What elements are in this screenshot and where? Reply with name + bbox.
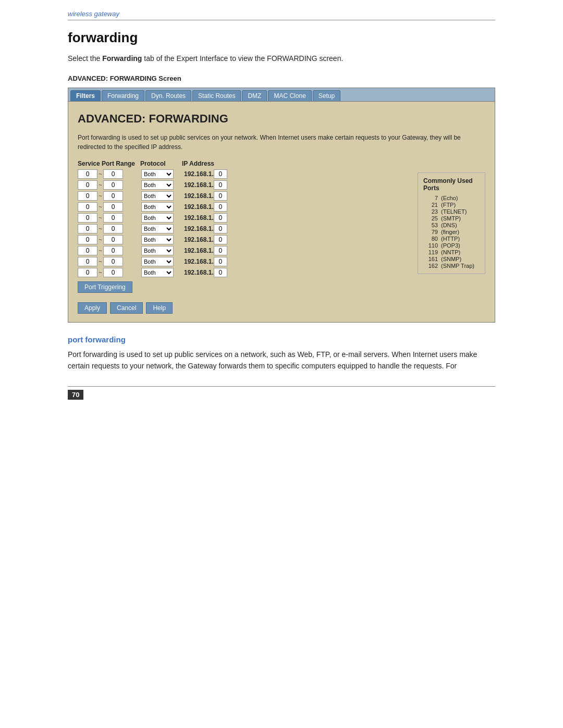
port-from-input[interactable] (78, 169, 97, 179)
port-name: (HTTP) (441, 236, 460, 242)
table-row: ~ Both 192.168.1. (78, 268, 412, 277)
ip-last-input[interactable] (214, 246, 227, 255)
ip-prefix: 192.168.1. (184, 269, 214, 276)
tilde: ~ (99, 258, 102, 265)
port-to-input[interactable] (103, 235, 123, 244)
tab-filters[interactable]: Filters (70, 90, 101, 101)
port-number: 7 (423, 195, 438, 201)
port-triggering-button[interactable]: Port Triggering (78, 281, 132, 293)
ip-last-input[interactable] (214, 224, 227, 233)
intro-text: Select the Forwarding tab of the Expert … (68, 53, 495, 64)
forwarding-table: Service Port Range Protocol IP Address ~… (78, 160, 412, 314)
ip-cell: 192.168.1. (184, 257, 247, 266)
port-number: 110 (423, 242, 438, 249)
port-to-input[interactable] (103, 246, 123, 255)
ip-cell: 192.168.1. (184, 202, 247, 212)
ip-last-input[interactable] (214, 257, 227, 266)
ip-cell: 192.168.1. (184, 180, 247, 190)
port-number: 23 (423, 208, 438, 215)
port-from-input[interactable] (78, 191, 97, 201)
tab-dmz[interactable]: DMZ (242, 90, 267, 101)
ip-last-input[interactable] (214, 213, 227, 223)
protocol-cell: Both (141, 169, 183, 179)
ip-cell: 192.168.1. (184, 213, 247, 223)
protocol-cell: Both (141, 235, 183, 244)
table-row: ~ Both 192.168.1. (78, 180, 412, 190)
tilde: ~ (99, 214, 102, 221)
cancel-button[interactable]: Cancel (110, 302, 143, 314)
ip-prefix: 192.168.1. (184, 258, 214, 265)
intro-bold: Forwarding (102, 54, 142, 63)
port-from-input[interactable] (78, 224, 97, 233)
port-to-input[interactable] (103, 191, 123, 201)
port-from-input[interactable] (78, 246, 97, 255)
port-range-cell: ~ (78, 180, 140, 190)
table-headers: Service Port Range Protocol IP Address (78, 160, 412, 167)
ip-last-input[interactable] (214, 180, 227, 190)
protocol-select[interactable]: Both (141, 268, 174, 277)
ip-prefix: 192.168.1. (184, 181, 214, 189)
protocol-cell: Both (141, 213, 183, 223)
ip-last-input[interactable] (214, 202, 227, 212)
list-item: 7(Echo) (423, 195, 480, 201)
port-to-input[interactable] (103, 257, 123, 266)
tilde: ~ (99, 225, 102, 232)
tab-forwarding[interactable]: Forwarding (102, 90, 144, 101)
port-to-input[interactable] (103, 202, 123, 212)
port-list: 7(Echo) 21(FTP) 23(TELNET) 25(SMTP) 53(D… (423, 195, 480, 269)
protocol-select[interactable]: Both (141, 169, 174, 179)
port-from-input[interactable] (78, 257, 97, 266)
protocol-select[interactable]: Both (141, 235, 174, 244)
port-from-input[interactable] (78, 213, 97, 223)
list-item: 21(FTP) (423, 202, 480, 208)
protocol-select[interactable]: Both (141, 224, 174, 233)
table-row: ~ Both 192.168.1. (78, 191, 412, 201)
port-to-input[interactable] (103, 268, 123, 277)
protocol-select[interactable]: Both (141, 257, 174, 266)
router-content: ADVANCED: FORWARDING Port forwarding is … (68, 102, 495, 322)
port-from-input[interactable] (78, 268, 97, 277)
table-row: ~ Both 192.168.1. (78, 213, 412, 223)
port-range-cell: ~ (78, 191, 140, 201)
ip-prefix: 192.168.1. (184, 192, 214, 200)
apply-button[interactable]: Apply (78, 302, 107, 314)
table-row: ~ Both 192.168.1. (78, 257, 412, 266)
list-item: 23(TELNET) (423, 208, 480, 215)
ip-last-input[interactable] (214, 268, 227, 277)
list-item: 53(DNS) (423, 222, 480, 228)
port-to-input[interactable] (103, 180, 123, 190)
port-to-input[interactable] (103, 213, 123, 223)
protocol-select[interactable]: Both (141, 202, 174, 212)
ip-prefix: 192.168.1. (184, 214, 214, 221)
tab-dyn-routes[interactable]: Dyn. Routes (145, 90, 191, 101)
port-from-input[interactable] (78, 235, 97, 244)
table-row: ~ Both 192.168.1. (78, 224, 412, 233)
ip-last-input[interactable] (214, 191, 227, 201)
tilde: ~ (99, 181, 102, 189)
tilde: ~ (99, 170, 102, 178)
protocol-select[interactable]: Both (141, 180, 174, 190)
port-range-cell: ~ (78, 224, 140, 233)
port-range-cell: ~ (78, 257, 140, 266)
ip-last-input[interactable] (214, 235, 227, 244)
ip-last-input[interactable] (214, 169, 227, 179)
tab-mac-clone[interactable]: MAC Clone (268, 90, 311, 101)
port-name: (finger) (441, 229, 459, 235)
router-screen: Filters Forwarding Dyn. Routes Static Ro… (68, 88, 495, 323)
port-to-input[interactable] (103, 224, 123, 233)
help-button[interactable]: Help (146, 302, 173, 314)
port-number: 53 (423, 222, 438, 228)
tab-static-routes[interactable]: Static Routes (192, 90, 241, 101)
port-forwarding-title: port forwarding (68, 335, 495, 344)
wireless-gateway-label: wireless gateway (68, 10, 119, 18)
protocol-select[interactable]: Both (141, 213, 174, 223)
port-from-input[interactable] (78, 202, 97, 212)
port-to-input[interactable] (103, 169, 123, 179)
port-from-input[interactable] (78, 180, 97, 190)
protocol-select[interactable]: Both (141, 191, 174, 201)
ip-prefix: 192.168.1. (184, 247, 214, 254)
protocol-select[interactable]: Both (141, 246, 174, 255)
table-row: ~ Both 192.168.1. (78, 202, 412, 212)
port-number: 79 (423, 229, 438, 235)
tab-setup[interactable]: Setup (313, 90, 340, 101)
